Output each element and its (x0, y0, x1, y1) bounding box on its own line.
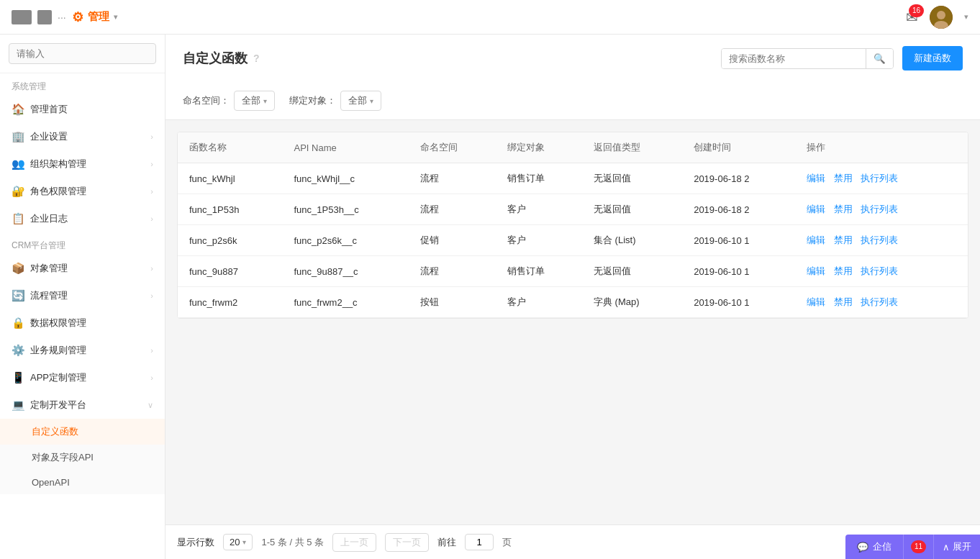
disable-action-link[interactable]: 禁用 (834, 204, 853, 214)
user-menu-chevron-icon[interactable]: ▾ (964, 12, 968, 22)
edit-action-link[interactable]: 编辑 (807, 235, 825, 245)
chevron-right-icon: › (150, 160, 153, 168)
sidebar: 系统管理 🏠 管理首页 🏢 企业设置 › 👥 组织架构管理 › 🔐 角色权限管理… (0, 35, 165, 559)
brand-chevron-down-icon[interactable]: ▾ (114, 13, 117, 21)
search-input[interactable] (722, 49, 866, 68)
cell-namespace: 流程 (409, 194, 496, 225)
float-expand-button[interactable]: ∧ 展开 (933, 535, 980, 559)
cell-return-type: 无返回值 (582, 194, 682, 225)
brand-logo[interactable]: ⚙ 管理 ▾ (72, 9, 117, 25)
table-row: func_1P53h func_1P53h__c 流程 客户 无返回值 2019… (178, 194, 968, 225)
sidebar-item-org-management[interactable]: 👥 组织架构管理 › (0, 150, 165, 178)
search-box: 🔍 (721, 48, 894, 69)
avatar-image (930, 6, 953, 29)
sidebar-item-data-permission[interactable]: 🔒 数据权限管理 (0, 309, 165, 337)
sidebar-item-label: 管理首页 (30, 103, 153, 116)
new-function-button[interactable]: 新建函数 (902, 46, 963, 71)
page-title-area: 自定义函数 ? (183, 50, 260, 67)
title-row: 自定义函数 ? 🔍 新建函数 (183, 46, 963, 71)
sidebar-item-process-management[interactable]: 🔄 流程管理 › (0, 282, 165, 309)
disable-action-link[interactable]: 禁用 (834, 173, 853, 183)
sidebar-item-label: 业务规则管理 (30, 344, 145, 357)
sidebar-search-input[interactable] (9, 43, 156, 64)
exec-list-action-link[interactable]: 执行列表 (861, 204, 898, 214)
table-wrap: 函数名称 API Name 命名空间 绑定对象 返回值类型 创建时间 操作 fu… (165, 120, 980, 524)
topbar-left: ··· ⚙ 管理 ▾ (12, 9, 117, 25)
exec-list-action-link[interactable]: 执行列表 (861, 265, 898, 276)
edit-action-link[interactable]: 编辑 (807, 265, 825, 276)
lock-icon: 🔒 (12, 317, 24, 330)
rows-per-page-value: 20 (230, 537, 240, 547)
qiyin-button[interactable]: 💬 企信 (845, 535, 903, 559)
crm-section-title: CRM平台管理 (0, 232, 165, 255)
sidebar-item-enterprise-settings[interactable]: 🏢 企业设置 › (0, 123, 165, 150)
bind-obj-select[interactable]: 全部 ▾ (340, 91, 381, 111)
process-icon: 🔄 (12, 289, 24, 302)
disable-action-link[interactable]: 禁用 (834, 265, 853, 276)
enterprise-icon: 🏢 (12, 130, 24, 143)
namespace-select[interactable]: 全部 ▾ (234, 91, 275, 111)
disable-action-link[interactable]: 禁用 (834, 235, 853, 245)
system-section-title: 系统管理 (0, 73, 165, 96)
sidebar-sub-item-custom-functions[interactable]: 自定义函数 (0, 419, 165, 445)
help-icon[interactable]: ? (253, 53, 260, 64)
sidebar-item-custom-dev-platform[interactable]: 💻 定制开发平台 ∨ (0, 391, 165, 419)
notification-button[interactable]: ✉ 16 (906, 9, 918, 26)
cell-api-name: func_frwm2__c (282, 287, 409, 318)
sidebar-item-role-management[interactable]: 🔐 角色权限管理 › (0, 178, 165, 205)
prev-page-button[interactable]: 上一页 (332, 533, 376, 552)
cell-actions: 编辑 禁用 执行列表 (795, 163, 968, 194)
rows-per-page-select[interactable]: 20 ▾ (223, 534, 253, 550)
sidebar-sub-item-openapi[interactable]: OpenAPI (0, 471, 165, 494)
cell-api-name: func_1P53h__c (282, 194, 409, 225)
sidebar-item-label: 企业设置 (30, 130, 145, 143)
brand-label: 管理 (88, 10, 109, 24)
cell-function-name: func_p2s6k (178, 225, 282, 256)
cell-function-name: func_kWhjl (178, 163, 282, 194)
svg-point-1 (937, 11, 945, 19)
avatar[interactable] (930, 6, 953, 29)
cell-return-type: 字典 (Map) (582, 287, 682, 318)
col-namespace: 命名空间 (409, 132, 496, 163)
sidebar-item-business-rules[interactable]: ⚙️ 业务规则管理 › (0, 337, 165, 364)
edit-action-link[interactable]: 编辑 (807, 173, 825, 183)
namespace-value: 全部 (242, 94, 260, 107)
topbar-right: ✉ 16 ▾ (906, 6, 968, 29)
sidebar-item-object-management[interactable]: 📦 对象管理 › (0, 255, 165, 282)
cell-bind-obj: 客户 (496, 287, 583, 318)
exec-list-action-link[interactable]: 执行列表 (861, 173, 898, 183)
col-function-name: 函数名称 (178, 132, 282, 163)
cell-api-name: func_kWhjl__c (282, 163, 409, 194)
disable-action-link[interactable]: 禁用 (834, 296, 853, 307)
cell-bind-obj: 销售订单 (496, 163, 583, 194)
next-page-button[interactable]: 下一页 (385, 533, 429, 552)
edit-action-link[interactable]: 编辑 (807, 296, 825, 307)
cell-namespace: 流程 (409, 256, 496, 287)
layout: 系统管理 🏠 管理首页 🏢 企业设置 › 👥 组织架构管理 › 🔐 角色权限管理… (0, 35, 980, 559)
table-body: func_kWhjl func_kWhjl__c 流程 销售订单 无返回值 20… (178, 163, 968, 318)
sidebar-item-label: APP定制管理 (30, 371, 145, 384)
col-return-type: 返回值类型 (582, 132, 682, 163)
cell-namespace: 流程 (409, 163, 496, 194)
dev-icon: 💻 (12, 399, 24, 412)
expand-label: 展开 (953, 540, 971, 553)
exec-list-action-link[interactable]: 执行列表 (861, 235, 898, 245)
page-unit: 页 (502, 536, 512, 549)
sidebar-item-app-customization[interactable]: 📱 APP定制管理 › (0, 364, 165, 391)
nav-box2 (37, 10, 52, 24)
sidebar-sub-item-object-api[interactable]: 对象及字段API (0, 445, 165, 471)
sidebar-item-enterprise-logs[interactable]: 📋 企业日志 › (0, 205, 165, 232)
sidebar-item-label: 组织架构管理 (30, 158, 145, 171)
cell-actions: 编辑 禁用 执行列表 (795, 256, 968, 287)
exec-list-action-link[interactable]: 执行列表 (861, 296, 898, 307)
search-button[interactable]: 🔍 (866, 49, 893, 68)
sidebar-item-admin-home[interactable]: 🏠 管理首页 (0, 96, 165, 123)
bind-obj-value: 全部 (348, 94, 367, 107)
edit-action-link[interactable]: 编辑 (807, 204, 825, 214)
sidebar-submenu: 自定义函数 对象及字段API OpenAPI (0, 419, 165, 494)
cell-return-type: 无返回值 (582, 163, 682, 194)
table-row: func_9u887 func_9u887__c 流程 销售订单 无返回值 20… (178, 256, 968, 287)
page-number-input[interactable] (465, 534, 494, 550)
table-row: func_p2s6k func_p2s6k__c 促销 客户 集合 (List)… (178, 225, 968, 256)
object-icon: 📦 (12, 262, 24, 275)
